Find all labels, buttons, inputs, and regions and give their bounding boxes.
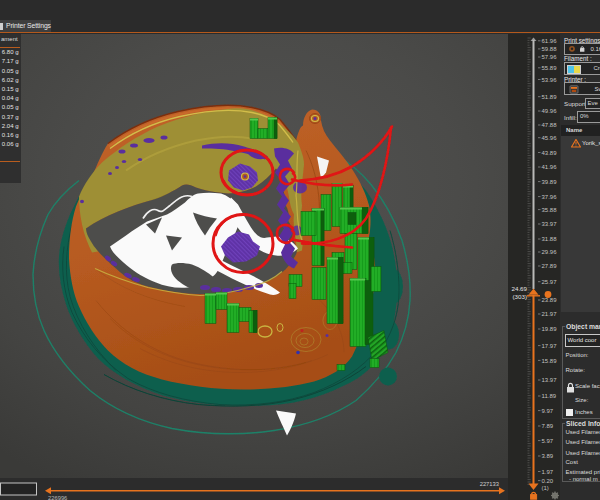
svg-text:15.89: 15.89	[542, 358, 558, 364]
svg-text:226996: 226996	[48, 495, 67, 500]
svg-text:0.20: 0.20	[542, 478, 554, 484]
svg-text:21.97: 21.97	[542, 311, 558, 317]
svg-text:5.97: 5.97	[542, 438, 554, 444]
svg-text:13.97: 13.97	[542, 377, 558, 383]
svg-text:3.89: 3.89	[542, 453, 554, 459]
svg-text:59.88: 59.88	[542, 46, 558, 52]
svg-text:41.96: 41.96	[542, 164, 558, 170]
svg-text:35.88: 35.88	[542, 207, 558, 213]
svg-text:227133: 227133	[480, 481, 499, 487]
svg-text:47.88: 47.88	[542, 122, 558, 128]
svg-text:51.89: 51.89	[542, 94, 558, 100]
svg-text:45.96: 45.96	[542, 135, 558, 141]
svg-text:(303): (303)	[513, 293, 527, 300]
svg-text:29.96: 29.96	[542, 249, 558, 255]
svg-text:33.97: 33.97	[542, 221, 558, 227]
svg-text:39.89: 39.89	[542, 179, 558, 185]
svg-text:19.89: 19.89	[542, 326, 558, 332]
svg-text:24.69: 24.69	[512, 285, 528, 292]
svg-text:(1): (1)	[542, 485, 549, 491]
svg-text:9.97: 9.97	[542, 408, 554, 414]
svg-text:17.97: 17.97	[542, 343, 558, 349]
svg-text:23.89: 23.89	[542, 297, 558, 303]
svg-text:43.89: 43.89	[542, 150, 558, 156]
svg-text:1.97: 1.97	[542, 469, 554, 475]
svg-text:31.88: 31.88	[542, 236, 558, 242]
svg-text:57.96: 57.96	[542, 54, 558, 60]
svg-text:11.89: 11.89	[542, 393, 557, 399]
svg-text:53.96: 53.96	[542, 77, 558, 83]
svg-text:61.96: 61.96	[542, 38, 558, 44]
svg-text:49.96: 49.96	[542, 108, 558, 114]
svg-text:25.97: 25.97	[542, 279, 558, 285]
svg-text:27.89: 27.89	[542, 263, 558, 269]
svg-text:7.89: 7.89	[542, 423, 554, 429]
svg-text:55.89: 55.89	[542, 65, 558, 71]
svg-text:37.96: 37.96	[542, 194, 558, 200]
